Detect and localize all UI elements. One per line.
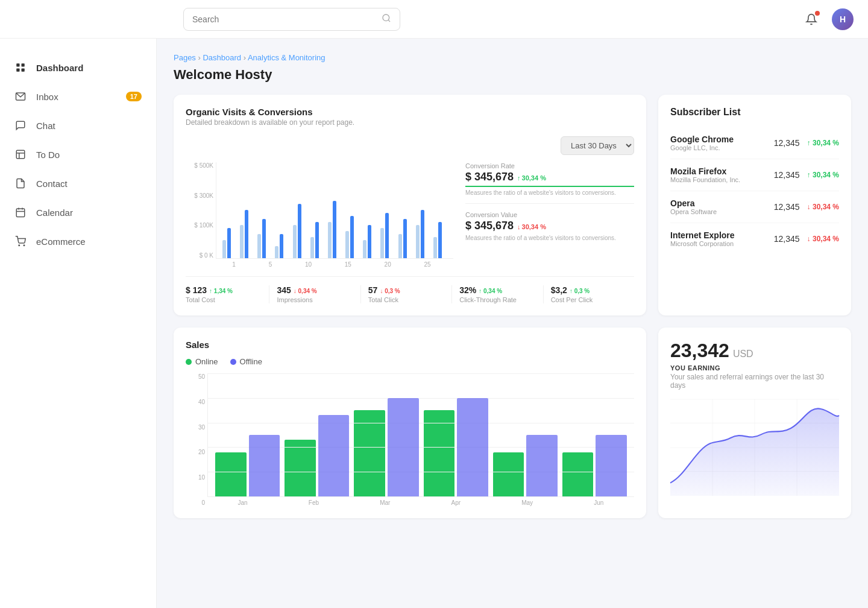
analytics-row: Organic Visits & Conversions Detailed br… — [174, 95, 851, 315]
svg-rect-2 — [22, 63, 25, 66]
organic-visits-card: Organic Visits & Conversions Detailed br… — [174, 95, 646, 315]
conversion-stats: Conversion Rate $ 345,678 ↑ 30,34 % Meas… — [465, 162, 634, 268]
sidebar-item-label: Chat — [36, 121, 55, 131]
sidebar-item-todo[interactable]: To Do — [0, 140, 156, 169]
svg-rect-4 — [22, 69, 25, 72]
inbox-badge: 17 — [126, 92, 142, 101]
search-input[interactable] — [192, 14, 377, 24]
chat-icon — [14, 119, 27, 131]
ecommerce-icon — [14, 235, 27, 247]
earnings-area-chart — [670, 399, 839, 496]
sales-chart: 50 40 30 20 10 0 — [186, 373, 634, 506]
svg-point-14 — [24, 245, 25, 246]
subscriber-google-chrome: Google Chrome Google LLC, Inc. 12,345 ↑ … — [670, 127, 839, 159]
subscriber-opera: Opera Opera Software 12,345 ↓ 30,34 % — [670, 191, 839, 223]
date-range-select[interactable]: Last 30 Days — [561, 136, 634, 155]
metrics-row: $ 123 ↑ 1,34 % Total Cost 345 ↓ 0,34 % I… — [186, 276, 634, 303]
organic-inner: $ 500K $ 300K $ 100K $ 0 K — [186, 162, 634, 268]
sidebar-item-inbox[interactable]: Inbox 17 — [0, 82, 156, 111]
contact-icon — [14, 177, 27, 189]
conversion-rate-item: Conversion Rate $ 345,678 ↑ 30,34 % Meas… — [465, 162, 634, 204]
topbar-right: H — [800, 8, 854, 30]
layout: Dashboard Inbox 17 Chat To Do Contact — [0, 39, 868, 608]
svg-point-0 — [383, 14, 389, 21]
conversion-value-item: Conversion Value $ 345,678 ↓ 30,34 % Mea… — [465, 211, 634, 249]
sales-x-labels: Jan Feb Mar Apr May Jun — [207, 499, 634, 506]
topbar: H — [0, 0, 868, 39]
sales-legend: Online Offline — [186, 357, 634, 366]
chart-area: $ 500K $ 300K $ 100K $ 0 K — [186, 162, 453, 268]
sidebar-item-label: Calendar — [36, 207, 73, 218]
sidebar-item-dashboard[interactable]: Dashboard — [0, 53, 156, 82]
topbar-search-area — [171, 8, 800, 31]
metric-total-cost: $ 123 ↑ 1,34 % Total Cost — [186, 285, 269, 303]
bar-chart — [216, 162, 453, 259]
svg-rect-9 — [16, 209, 25, 217]
sidebar-item-ecommerce[interactable]: eCommerce — [0, 227, 156, 256]
metric-ctr: 32% ↑ 0,34 % Click-Through Rate — [452, 285, 543, 303]
sidebar-item-contact[interactable]: Contact — [0, 169, 156, 198]
svg-rect-6 — [16, 150, 25, 159]
sales-card: Sales Online Offline 50 40 — [174, 328, 646, 518]
earnings-card: 23,342 USD YOU EARNING Your sales and re… — [658, 328, 851, 518]
organic-title: Organic Visits & Conversions — [186, 107, 634, 117]
chart-x-labels: 1 5 10 15 20 25 — [216, 261, 453, 268]
sidebar-item-label: To Do — [36, 150, 60, 160]
subscriber-list-card: Subscriber List Google Chrome Google LLC… — [658, 95, 851, 315]
sidebar: Dashboard Inbox 17 Chat To Do Contact — [0, 39, 157, 608]
search-icon — [382, 13, 391, 25]
metric-cpc: $3,2 ↑ 0,3 % Cost Per Click — [544, 285, 634, 303]
svg-rect-1 — [16, 63, 19, 66]
notification-dot — [815, 11, 820, 16]
sidebar-item-label: Inbox — [36, 92, 58, 102]
svg-point-13 — [19, 245, 20, 246]
breadcrumb: Pages › Dashboard › Analytics & Monitori… — [174, 53, 851, 62]
inbox-icon — [14, 90, 27, 103]
sidebar-item-label: Contact — [36, 179, 68, 189]
sidebar-item-label: Dashboard — [36, 63, 83, 73]
sidebar-item-calendar[interactable]: Calendar — [0, 198, 156, 227]
metric-impressions: 345 ↓ 0,34 % Impressions — [269, 285, 360, 303]
search-box[interactable] — [183, 8, 400, 31]
subscriber-firefox: Mozila Firefox Mozilla Foundation, Inc. … — [670, 159, 839, 191]
bottom-row: Sales Online Offline 50 40 — [174, 328, 851, 518]
todo-icon — [14, 148, 27, 160]
notification-button[interactable] — [800, 8, 822, 30]
dashboard-icon — [14, 62, 27, 74]
main-content: Pages › Dashboard › Analytics & Monitori… — [157, 39, 868, 608]
metric-total-click: 57 ↓ 0,3 % Total Click — [361, 285, 452, 303]
svg-rect-3 — [16, 69, 19, 72]
page-title: Welcome Hosty — [174, 67, 851, 83]
subscriber-ie: Internet Explore Microsoft Corporation 1… — [670, 223, 839, 255]
avatar[interactable]: H — [832, 8, 854, 30]
organic-subtitle: Detailed breakdown is available on your … — [186, 118, 634, 127]
sidebar-item-chat[interactable]: Chat — [0, 111, 156, 140]
calendar-icon — [14, 206, 27, 218]
sidebar-item-label: eCommerce — [36, 236, 86, 247]
